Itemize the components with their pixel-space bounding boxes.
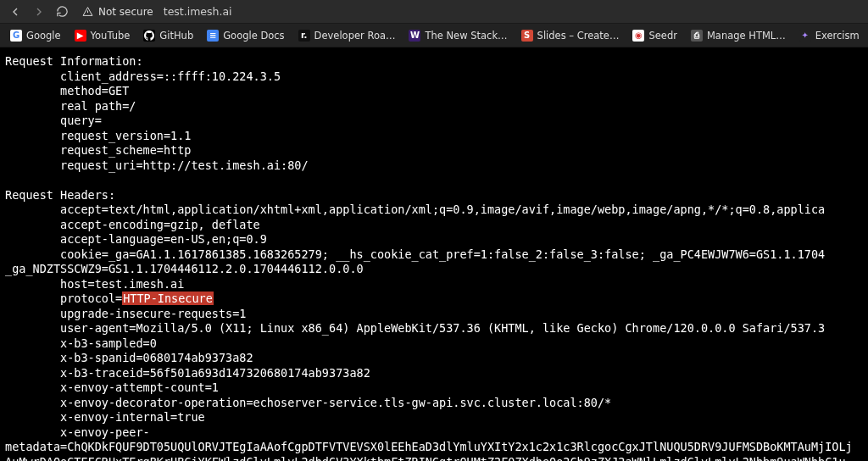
protocol-value-highlight: HTTP-Insecure <box>122 292 214 305</box>
reload-button[interactable] <box>56 5 69 18</box>
bookmark-favicon: ⎙ <box>691 30 703 42</box>
bookmark-item[interactable]: r.Developer Roa… <box>295 27 399 44</box>
bookmarks-bar: GGoogle▶YouTubeGitHub≡Google Docsr.Devel… <box>0 24 868 47</box>
bookmark-favicon: S <box>521 30 533 42</box>
headers-block-host: host=test.imesh.ai <box>5 277 184 291</box>
forward-button[interactable] <box>32 5 46 19</box>
bookmark-label: GitHub <box>159 30 193 42</box>
bookmark-item[interactable]: ⎙Manage HTML… <box>687 27 789 44</box>
bookmark-item[interactable]: ≡Google Docs <box>203 27 287 44</box>
metadata-block: metadata=ChQKDkFQUF9DT05UQUlORVJTEgIaAAo… <box>5 440 853 461</box>
bookmark-label: The New Stack… <box>425 30 507 42</box>
section-title: Request Headers: <box>5 188 115 202</box>
bookmark-favicon: r. <box>298 30 310 42</box>
protocol-label: protocol= <box>60 292 122 305</box>
bookmark-favicon: ✦ <box>799 30 811 42</box>
bookmark-item[interactable]: ◉Seedr <box>629 27 680 44</box>
browser-toolbar: Not secure test.imesh.ai <box>0 0 868 24</box>
address-text[interactable]: test.imesh.ai <box>164 5 232 18</box>
bookmark-label: Slides – Create… <box>537 30 620 42</box>
bookmark-favicon: G <box>10 30 22 42</box>
bookmark-favicon: W <box>409 30 420 42</box>
bookmark-label: Google <box>26 30 61 42</box>
bookmark-label: Manage HTML… <box>707 30 786 42</box>
bookmark-favicon: ▶ <box>75 30 86 42</box>
bookmark-label: Seedr <box>648 30 676 42</box>
section-title: Request Information: <box>5 54 143 68</box>
headers-block-a: accept=text/html,application/xhtml+xml,a… <box>5 203 825 261</box>
bookmark-favicon <box>143 30 155 42</box>
bookmark-item[interactable]: SSlides – Create… <box>518 27 623 44</box>
back-button[interactable] <box>8 5 22 19</box>
bookmark-item[interactable]: ✦Exercism <box>796 27 863 44</box>
bookmark-label: Developer Roa… <box>314 30 396 42</box>
bookmark-favicon: ◉ <box>632 30 644 42</box>
page-content: Request Information: client_address=::ff… <box>0 47 868 461</box>
bookmark-favicon: ≡ <box>207 30 219 42</box>
security-indicator[interactable]: Not secure <box>82 6 153 18</box>
headers-block-c: upgrade-insecure-requests=1 user-agent=M… <box>5 307 825 439</box>
request-info-block: client_address=::ffff:10.224.3.5 method=… <box>5 69 309 172</box>
bookmark-label: Exercism <box>815 30 860 42</box>
bookmark-item[interactable]: GGoogle <box>7 27 64 44</box>
bookmark-label: YouTube <box>91 30 131 42</box>
bookmark-label: Google Docs <box>223 30 284 42</box>
warning-icon <box>82 6 93 17</box>
bookmark-item[interactable]: WThe New Stack… <box>405 27 510 44</box>
security-label: Not secure <box>98 6 153 18</box>
ga-line: _ga_NDZTSSCWZ9=GS1.1.1704446112.2.0.1704… <box>5 262 364 275</box>
bookmark-item[interactable]: ▶YouTube <box>71 27 134 44</box>
bookmark-item[interactable]: GitHub <box>140 27 197 44</box>
